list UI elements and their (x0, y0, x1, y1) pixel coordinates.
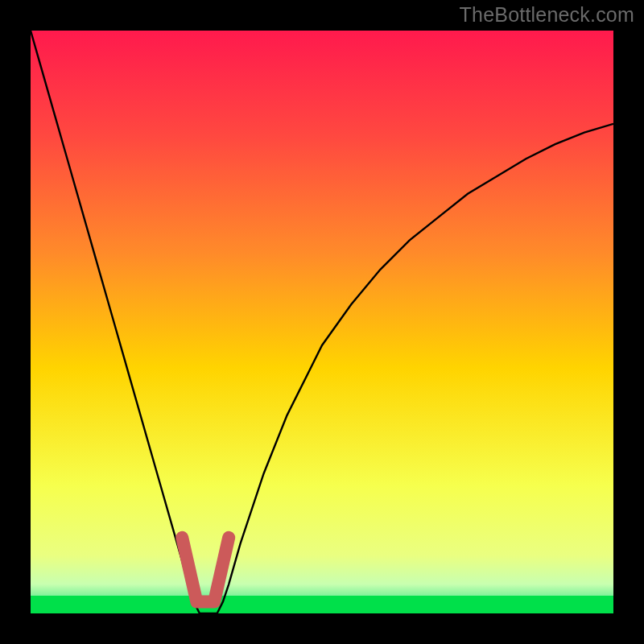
plot-area (31, 31, 613, 613)
background-gradient (31, 31, 613, 613)
chart-svg (31, 31, 613, 613)
green-band (31, 596, 613, 613)
watermark-text: TheBottleneck.com (460, 3, 634, 27)
chart-outer-frame: TheBottleneck.com (0, 0, 644, 644)
